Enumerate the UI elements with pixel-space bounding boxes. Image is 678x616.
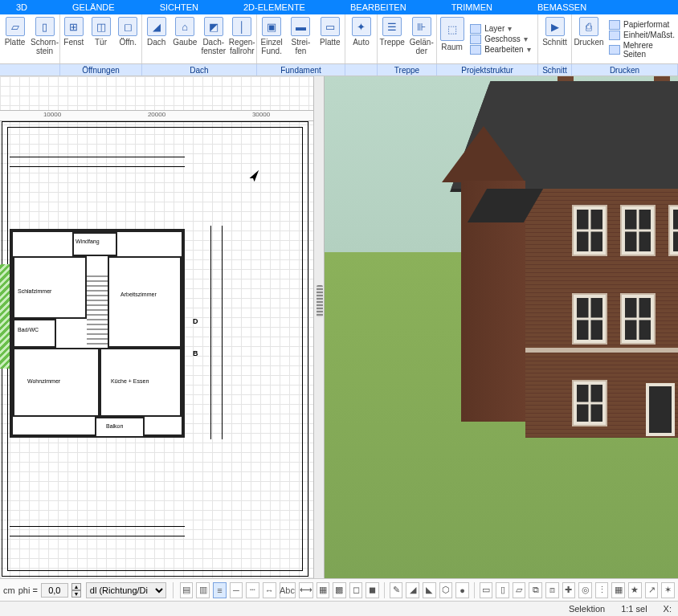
roof-button[interactable]: ◢ — [406, 582, 419, 598]
schornstein-button[interactable]: ▯Schorn- stein — [30, 14, 59, 63]
room-bad[interactable] — [13, 319, 56, 348]
room-label: Schlafzimmer — [18, 288, 51, 295]
streifenfund-button[interactable]: ▬Strei- fen — [286, 14, 315, 63]
pen-button[interactable]: ✎ — [390, 582, 403, 598]
fenster-button[interactable]: ⊞Fenst — [60, 14, 88, 63]
viewport-3d[interactable] — [325, 76, 678, 578]
floor-plan[interactable]: Windfang Schlafzimmer Bad/WC Arbeitszimm… — [10, 229, 185, 438]
oeffnung-button[interactable]: ◻Öffn. — [114, 14, 141, 63]
group-label: Öffnungen — [60, 64, 142, 75]
dach-button[interactable]: ◢Dach — [142, 14, 171, 63]
layer-b-button[interactable]: ▥ — [196, 582, 210, 598]
dim-line — [10, 166, 185, 167]
menu-bearbeiten[interactable]: BEARBEITEN — [350, 2, 406, 12]
drucken-button[interactable]: ⎙Drucken — [572, 14, 606, 63]
status-selection: Selektion — [569, 604, 605, 614]
menu-3d[interactable]: 3D — [16, 2, 27, 12]
view3-button[interactable]: ▱ — [513, 582, 526, 598]
group-label: Treppe — [378, 64, 437, 75]
view5-button[interactable]: ⧈ — [545, 582, 559, 598]
treppe-button[interactable]: ☰Treppe — [378, 14, 407, 63]
view4-button[interactable]: ⧉ — [529, 582, 542, 598]
status-ratio: 1:1 sel — [621, 604, 647, 614]
menu-sichten[interactable]: SICHTEN — [160, 2, 198, 12]
lines-button[interactable]: ─ — [230, 582, 243, 598]
view1-button[interactable]: ▭ — [480, 582, 493, 598]
menu-2d[interactable]: 2D-ELEMENTE — [243, 2, 305, 12]
room-label: Wohnzimmer — [27, 378, 60, 385]
bearbeiten-dropdown[interactable]: Bearbeiten▾ — [470, 45, 534, 55]
phi-input[interactable] — [41, 583, 68, 598]
platte-button[interactable]: ▱Platte — [0, 14, 30, 63]
auto-button[interactable]: ✦Auto — [345, 14, 377, 63]
house-model — [365, 92, 678, 454]
room-schlafzimmer[interactable] — [13, 256, 87, 319]
group-label: Drucken — [572, 64, 678, 75]
dim-button[interactable]: ↔ — [263, 582, 276, 598]
layer-a-button[interactable]: ▤ — [180, 582, 194, 598]
mehrere-seiten-button[interactable]: Mehrere Seiten — [609, 41, 676, 59]
door-icon — [646, 383, 675, 436]
menu-bemassen[interactable]: BEMASSEN — [537, 2, 586, 12]
gable — [442, 126, 525, 182]
grid1-button[interactable]: ▦ — [317, 582, 330, 598]
dim-line — [10, 536, 185, 536]
grid-button[interactable]: ▦ — [611, 582, 625, 598]
sq2-button[interactable]: ◼ — [366, 582, 379, 598]
menu-trimmen[interactable]: TRIMMEN — [451, 2, 492, 12]
menu-bar: 3D GELÄNDE SICHTEN 2D-ELEMENTE BEARBEITE… — [0, 0, 678, 14]
ribbon-group-labels: Öffnungen Dach Fundament Treppe Projekts… — [0, 64, 678, 76]
dim-line — [222, 226, 223, 439]
regenfallrohr-button[interactable]: │Regen- fallrohr — [228, 14, 257, 63]
direction-select[interactable]: dl (Richtung/Di — [86, 582, 166, 598]
einzelfund-button[interactable]: ▣Einzel Fund. — [257, 14, 286, 63]
tuer-button[interactable]: ◫Tür — [88, 14, 115, 63]
dachfenster-button[interactable]: ◩Dach- fenster — [199, 14, 228, 63]
papierformat-button[interactable]: Papierformat — [609, 20, 676, 30]
dots-button[interactable]: ⋮ — [595, 582, 609, 598]
room-label: Küche + Essen — [111, 378, 149, 385]
spin-up-icon[interactable]: ▲ — [71, 583, 81, 590]
fundplatte-button[interactable]: ▭Platte — [316, 14, 345, 63]
group-label: Dach — [142, 64, 257, 75]
schnitt-button[interactable]: ▶Schnitt — [538, 14, 571, 63]
geschoss-dropdown[interactable]: Geschoss▾ — [470, 35, 534, 44]
group-label: Projektstruktur — [437, 64, 538, 75]
group-label: Fundament — [257, 64, 345, 75]
viewport-splitter[interactable] — [313, 76, 325, 578]
dim-line — [10, 157, 185, 157]
phi-stepper[interactable]: ▲ ▼ — [71, 583, 81, 598]
more-button[interactable]: ┄ — [246, 582, 259, 598]
raum-button[interactable]: ⬚Raum — [437, 14, 467, 63]
menu-gelaende[interactable]: GELÄNDE — [72, 2, 115, 12]
room-label: Arbeitszimmer — [120, 292, 157, 298]
arrow-button[interactable]: ↗ — [645, 582, 659, 598]
window-icon — [574, 206, 606, 255]
room-label: Bad/WC — [18, 327, 39, 333]
gaube-button[interactable]: ⌂Gaube — [171, 14, 200, 63]
cross-button[interactable]: ✚ — [562, 582, 576, 598]
star-button[interactable]: ✶ — [661, 582, 675, 598]
hex-button[interactable]: ⬡ — [439, 582, 453, 598]
gelaender-button[interactable]: ⊪Gelän- der — [407, 14, 437, 63]
roofs2-button[interactable]: ◣ — [423, 582, 436, 598]
view2-button[interactable]: ▯ — [496, 582, 509, 598]
tool-icons: ▤▥≡─┄↔Abc⟷▦▩◻◼✎◢◣⬡●▭▯▱⧉⧈✚◎⋮▦★↗✶ — [180, 582, 675, 598]
einheit-button[interactable]: Einheit/Maßst. — [609, 31, 676, 40]
ruler-button[interactable]: ⟷ — [299, 582, 313, 598]
layer-dropdown[interactable]: Layer▾ — [470, 24, 534, 34]
magic-button[interactable]: ★ — [628, 582, 642, 598]
spin-down-icon[interactable]: ▼ — [71, 590, 81, 598]
sq1-button[interactable]: ◻ — [349, 582, 363, 598]
section-marker-b: B — [193, 349, 198, 357]
room-arbeitszimmer[interactable] — [108, 256, 182, 348]
viewport-2d[interactable]: 10000 20000 30000 Windfang Schlafzimmer — [0, 76, 313, 578]
abc-button[interactable]: Abc — [280, 582, 296, 598]
grid2-button[interactable]: ▩ — [333, 582, 346, 598]
ball-button[interactable]: ● — [455, 582, 469, 598]
workspace: 10000 20000 30000 Windfang Schlafzimmer — [0, 76, 678, 578]
dim-line — [10, 526, 185, 527]
align-button[interactable]: ≡ — [213, 582, 227, 598]
room-label: Balkon — [106, 423, 123, 430]
target-button[interactable]: ◎ — [578, 582, 592, 598]
